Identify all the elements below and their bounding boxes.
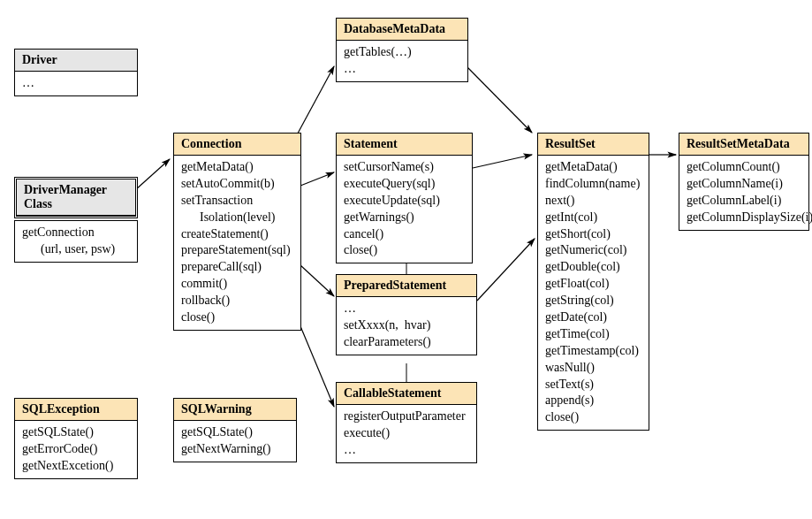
svg-line-2 — [300, 172, 334, 186]
method-line: setText(s) — [545, 377, 641, 393]
method-line: setXxxx(n, hvar) — [344, 317, 469, 334]
method-line: getMetaData() — [181, 159, 293, 176]
method-line: getNumeric(col) — [545, 242, 641, 259]
class-body: … — [15, 72, 137, 95]
method-line: close() — [181, 309, 293, 326]
class-body: registerOutputParameterexecute()… — [337, 405, 476, 462]
method-line: getSQLState() — [181, 424, 289, 441]
class-body: getConnection (url, user, psw) — [15, 221, 137, 262]
class-box-callablestatement: CallableStatement registerOutputParamete… — [336, 382, 477, 463]
method-line: next() — [545, 193, 641, 210]
method-line: getShort(col) — [545, 226, 641, 243]
method-line: rollback() — [181, 293, 293, 309]
method-line: getString(col) — [545, 293, 641, 309]
method-line: getWarnings() — [344, 210, 465, 226]
method-line: … — [344, 301, 469, 317]
class-title: DatabaseMetaData — [337, 19, 467, 41]
class-body: getColumnCount()getColumnName(i)getColum… — [679, 156, 808, 230]
method-line: getColumnLabel(i) — [687, 193, 801, 210]
class-box-resultset: ResultSet getMetaData()findColumn(name)n… — [537, 133, 649, 431]
method-line: execute() — [344, 425, 469, 442]
class-title: SQLException — [15, 399, 137, 421]
class-box-databasemetadata: DatabaseMetaData getTables(…)… — [336, 18, 468, 82]
method-line: findColumn(name) — [545, 176, 641, 193]
method-line: … — [22, 75, 130, 92]
method-line: getColumnCount() — [687, 159, 801, 176]
class-body: setCursorName(s)executeQuery(sql)execute… — [337, 156, 472, 263]
class-body: getSQLState()getErrorCode()getNextExceti… — [15, 421, 137, 478]
method-line: getDate(col) — [545, 309, 641, 326]
method-line: setCursorName(s) — [344, 159, 465, 176]
method-line: getNextExcetion() — [22, 458, 130, 475]
method-line: getConnection — [22, 225, 130, 241]
method-line: getFloat(col) — [545, 276, 641, 293]
method-line: append(s) — [545, 393, 641, 409]
method-line: createStatement() — [181, 226, 293, 243]
method-line: getTables(…) — [344, 44, 460, 61]
method-line: setTransaction — [181, 193, 293, 210]
method-line: commit() — [181, 276, 293, 293]
class-body: getTables(…)… — [337, 41, 467, 81]
method-line: getDouble(col) — [545, 259, 641, 276]
svg-line-9 — [477, 239, 535, 301]
method-line: close() — [344, 242, 465, 259]
method-line: getInt(col) — [545, 210, 641, 226]
method-line: getNextWarning() — [181, 441, 289, 458]
class-body: getMetaData()setAutoCommit(b)setTransact… — [174, 156, 300, 330]
class-body: getSQLState()getNextWarning() — [174, 421, 296, 462]
method-line: getMetaData() — [545, 159, 641, 176]
method-line: executeQuery(sql) — [344, 176, 465, 193]
class-title: CallableStatement — [337, 383, 476, 405]
class-body: …setXxxx(n, hvar)clearParameters() — [337, 297, 476, 355]
class-box-sqlexception: SQLException getSQLState()getErrorCode()… — [14, 398, 138, 479]
class-box-connection: Connection getMetaData()setAutoCommit(b)… — [173, 133, 301, 331]
method-line: setAutoCommit(b) — [181, 176, 293, 193]
method-line: getErrorCode() — [22, 441, 130, 458]
method-line: wasNull() — [545, 360, 641, 377]
class-box-statement: Statement setCursorName(s)executeQuery(s… — [336, 133, 473, 263]
class-title: ResultSetMetaData — [679, 134, 808, 156]
svg-line-1 — [293, 66, 334, 141]
method-line: registerOutputParameter — [344, 408, 469, 425]
method-line: executeUpdate(sql) — [344, 193, 465, 210]
method-line: (url, user, psw) — [22, 241, 130, 258]
svg-line-3 — [300, 265, 334, 296]
class-title: ResultSet — [538, 134, 649, 156]
class-body-drivermanager: getConnection (url, user, psw) — [14, 220, 138, 263]
method-line: … — [344, 442, 469, 459]
class-title: PreparedStatement — [337, 275, 476, 297]
svg-line-7 — [467, 66, 532, 133]
class-title: DriverManager Class — [17, 179, 135, 216]
method-line: close() — [545, 409, 641, 426]
class-box-drivermanager: DriverManager Class — [14, 177, 138, 218]
class-box-driver: Driver … — [14, 49, 138, 96]
svg-line-8 — [473, 155, 532, 168]
method-line: getColumnDisplaySize(i) — [687, 210, 801, 226]
class-box-sqlwarning: SQLWarning getSQLState()getNextWarning() — [173, 398, 297, 462]
method-line: getColumnName(i) — [687, 176, 801, 193]
method-line: getTime(col) — [545, 326, 641, 343]
method-line: getSQLState() — [22, 424, 130, 441]
method-line: clearParameters() — [344, 334, 469, 351]
method-line: prepareStatement(sql) — [181, 242, 293, 259]
svg-line-0 — [135, 159, 170, 190]
class-title: Statement — [337, 134, 472, 156]
class-title: Connection — [174, 134, 300, 156]
class-box-resultsetmetadata: ResultSetMetaData getColumnCount()getCol… — [679, 133, 809, 231]
class-title: Driver — [15, 50, 137, 72]
method-line: cancel() — [344, 226, 465, 243]
method-line: getTimestamp(col) — [545, 343, 641, 360]
method-line: … — [344, 61, 460, 78]
class-title: SQLWarning — [174, 399, 296, 421]
method-line: prepareCall(sql) — [181, 259, 293, 276]
class-body: getMetaData()findColumn(name)next()getIn… — [538, 156, 649, 430]
method-line: Isolation(level) — [181, 210, 293, 226]
class-box-preparedstatement: PreparedStatement …setXxxx(n, hvar)clear… — [336, 274, 477, 355]
